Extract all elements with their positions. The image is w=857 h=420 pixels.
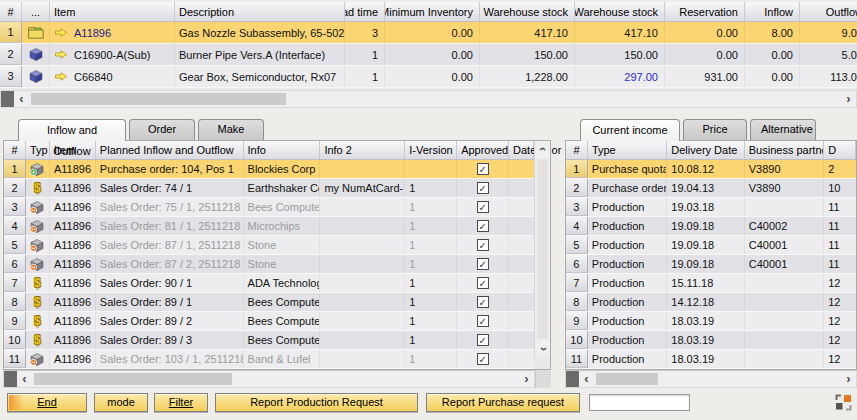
table-row[interactable]: 2C16900-A(Sub)Burner Pipe Vers.A (Interf…	[0, 44, 857, 66]
col-header-num: #	[4, 141, 26, 159]
i-version-cell: 1	[405, 198, 457, 216]
approved-checkbox[interactable]: ✓	[477, 353, 489, 365]
scroll-right-icon[interactable]: ›	[841, 371, 856, 387]
table-row[interactable]: 7Production15.11.1812	[566, 274, 856, 293]
table-row[interactable]: 4Production19.09.18C4000211	[566, 217, 856, 236]
scroll-left-icon[interactable]: ‹	[17, 371, 32, 387]
approved-checkbox[interactable]: ✓	[477, 334, 489, 346]
filter-button[interactable]: Filter	[154, 393, 208, 412]
table-row[interactable]: 3Production19.03.1811	[566, 198, 856, 217]
right-table-hscrollbar[interactable]: ‹ ›	[565, 370, 857, 388]
table-row[interactable]: 6A11896Sales Order: 87 / 2, 2511218Stone…	[4, 255, 534, 274]
approved-checkbox[interactable]: ✓	[477, 182, 489, 194]
tab-make[interactable]: Make	[198, 119, 264, 140]
info2-cell	[320, 217, 405, 235]
approved-checkbox[interactable]: ✓	[477, 239, 489, 251]
lead-time-cell: 1	[345, 44, 385, 65]
outflow-cube-minus-icon	[30, 258, 44, 271]
business-partner-cell: V3890	[745, 160, 824, 178]
table-row[interactable]: 3A11896Sales Order: 75 / 1, 2511218Bees …	[4, 198, 534, 217]
vscrollbar-thumb[interactable]	[537, 159, 548, 339]
date-of-order-cell	[509, 331, 534, 349]
table-row[interactable]: 1Purchase quotation10.08.12V38902	[566, 160, 856, 179]
approved-checkbox[interactable]: ✓	[477, 277, 489, 289]
table-row[interactable]: 5Production19.09.18C4000111	[566, 236, 856, 255]
row-number: 2	[4, 179, 26, 197]
inflow-cell: 0.00	[745, 44, 800, 65]
table-row[interactable]: 9$A11896Sales Order: 89 / 2Bees Computer…	[4, 312, 534, 331]
arrow-right-icon	[54, 27, 68, 38]
table-row[interactable]: 2$A11896Sales Order: 74 / 1Earthshaker C…	[4, 179, 534, 198]
table-row[interactable]: 4A11896Sales Order: 81 / 1, 2511218Micro…	[4, 217, 534, 236]
table-row[interactable]: 10Production18.03.1912	[566, 331, 856, 350]
approved-checkbox[interactable]: ✓	[477, 296, 489, 308]
scrollbar-track[interactable]	[29, 91, 841, 107]
approved-checkbox[interactable]: ✓	[477, 258, 489, 270]
scrollbar-grip-block[interactable]	[566, 371, 579, 387]
min-inventory-cell: 0.00	[385, 66, 480, 87]
report-purchase-request-button[interactable]: Report Purchase request	[426, 393, 580, 412]
end-button[interactable]: End	[7, 393, 87, 412]
info-cell: Bees Computers	[244, 331, 321, 349]
icon-cell	[22, 66, 50, 87]
scrollbar-grip-block[interactable]	[4, 371, 17, 387]
approved-checkbox[interactable]: ✓	[477, 201, 489, 213]
item-code-cell: A11896	[50, 274, 96, 292]
left-table-vscrollbar[interactable]: ‹ ‹	[534, 141, 550, 357]
tab-order[interactable]: Order	[129, 119, 195, 140]
type-cell: Purchase order	[588, 179, 667, 197]
scroll-down-icon[interactable]: ‹	[535, 341, 550, 357]
items-table-hscrollbar[interactable]: ‹ ›	[0, 90, 857, 108]
table-row[interactable]: 2Purchase order19.04.13V389010	[566, 179, 856, 198]
tab-price[interactable]: Price	[683, 119, 747, 140]
date-of-order-cell	[509, 179, 534, 197]
i-version-cell: 1	[405, 179, 457, 197]
planned-inflow-outflow-cell: Sales Order: 81 / 1, 2511218	[96, 217, 244, 235]
row-number: 10	[566, 331, 588, 349]
row-number: 1	[0, 22, 22, 43]
approved-checkbox[interactable]: ✓	[477, 220, 489, 232]
scrollbar-thumb[interactable]	[596, 373, 658, 385]
table-row[interactable]: 5A11896Sales Order: 87 / 1, 2511218Stone…	[4, 236, 534, 255]
tab-alternative[interactable]: Alternative	[750, 119, 816, 140]
scrollbar-grip-block[interactable]	[1, 91, 14, 107]
item-code-cell: A11896	[50, 160, 96, 178]
scroll-right-icon[interactable]: ›	[519, 371, 534, 387]
lead-time-cell: 1	[345, 66, 385, 87]
tab-inflow-and-outflow[interactable]: Inflow and Outflow	[18, 119, 126, 141]
scrollbar-thumb[interactable]	[31, 93, 286, 105]
table-row[interactable]: 6Production19.09.18C4000111	[566, 255, 856, 274]
table-row[interactable]: 10$A11896Sales Order: 89 / 3Bees Compute…	[4, 331, 534, 350]
vscrollbar-track[interactable]	[535, 157, 550, 341]
approved-checkbox[interactable]: ✓	[477, 315, 489, 327]
item-code-cell: A11896	[50, 293, 96, 311]
type-cell: Production	[588, 274, 667, 292]
document-cell: 12	[824, 331, 856, 349]
document-cell: 12	[824, 312, 856, 330]
scrollbar-track[interactable]	[32, 371, 519, 387]
table-row[interactable]: 9Production18.03.1912	[566, 312, 856, 331]
scrollbar-track[interactable]	[594, 371, 841, 387]
scroll-left-icon[interactable]: ‹	[14, 91, 29, 107]
table-row[interactable]: 3C66840Gear Box, Semiconductor, Rx0710.0…	[0, 66, 857, 88]
planned-inflow-outflow-cell: Sales Order: 89 / 2	[96, 312, 244, 330]
table-row[interactable]: 11A11896Sales Order: 103 / 1, 2511218Ban…	[4, 350, 534, 369]
table-row[interactable]: 1A11896Gas Nozzle Subassembly, 65-502543…	[0, 22, 857, 44]
item-code-cell: A11896	[50, 217, 96, 235]
resize-grip-icon[interactable]	[835, 394, 852, 411]
scroll-right-icon[interactable]: ›	[841, 91, 856, 107]
table-row[interactable]: 8$A11896Sales Order: 89 / 1Bees Computer…	[4, 293, 534, 312]
scroll-left-icon[interactable]: ‹	[579, 371, 594, 387]
scrollbar-thumb[interactable]	[34, 373, 232, 385]
tab-current-income[interactable]: Current income	[580, 119, 680, 141]
scroll-up-icon[interactable]: ‹	[535, 141, 550, 157]
table-row[interactable]: 11Production18.03.1912	[566, 350, 856, 369]
table-row[interactable]: 1A11896Purchase order: 104, Pos 1Blockie…	[4, 160, 534, 179]
table-row[interactable]: 8Production14.12.1812	[566, 293, 856, 312]
approved-checkbox[interactable]: ✓	[477, 163, 489, 175]
mode-button[interactable]: mode	[94, 393, 148, 412]
footer-input[interactable]	[589, 394, 690, 411]
table-row[interactable]: 7$A11896Sales Order: 90 / 1ADA Technolog…	[4, 274, 534, 293]
report-production-request-button[interactable]: Report Production Request	[215, 393, 418, 412]
left-table-hscrollbar[interactable]: ‹ ›	[3, 370, 535, 388]
